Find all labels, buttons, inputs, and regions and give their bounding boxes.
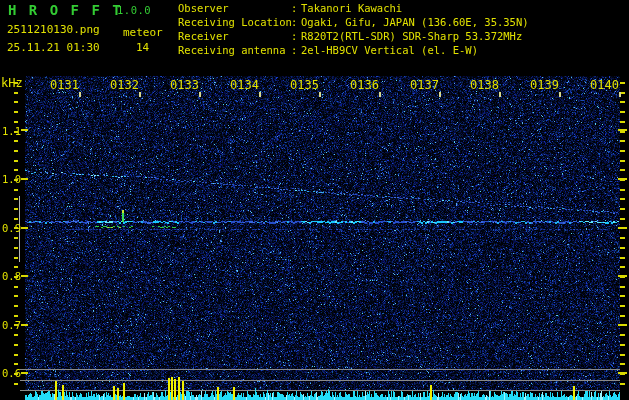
info-row: Receiver:R820T2(RTL-SDR) SDR-Sharp 53.37… — [178, 30, 529, 44]
info-label: Observer — [178, 2, 291, 14]
freq-label-1.1: 1.1 — [2, 126, 21, 137]
time-label-0139: 0139 — [529, 79, 559, 91]
info-value: R820T2(RTL-SDR) SDR-Sharp 53.372MHz — [301, 30, 522, 42]
hrofft-screen: H R O F F T 1.0.0 2511210130.png meteor … — [0, 0, 629, 400]
info-colon: : — [291, 30, 301, 42]
info-colon: : — [291, 2, 301, 14]
time-label-0133: 0133 — [169, 79, 199, 91]
meteor-label: meteor — [123, 27, 163, 38]
info-colon: : — [291, 16, 301, 28]
freq-label-0.8: 0.8 — [2, 271, 21, 282]
info-value: 2el-HB9CV Vertical (el. E-W) — [301, 44, 478, 56]
info-row: Receiving Location:Ogaki, Gifu, JAPAN (1… — [178, 16, 529, 30]
info-value: Ogaki, Gifu, JAPAN (136.60E, 35.35N) — [301, 16, 529, 28]
capture-datetime: 25.11.21 01:30 — [7, 42, 100, 53]
time-label-0131: 0131 — [49, 79, 79, 91]
freq-label-0.6: 0.6 — [2, 368, 21, 379]
info-label: Receiver — [178, 30, 291, 42]
observer-info-block: Observer:Takanori KawachiReceiving Locat… — [178, 2, 529, 58]
app-version: 1.0.0 — [117, 5, 151, 16]
time-label-0140: 0140 — [589, 79, 619, 91]
info-row: Receiving antenna:2el-HB9CV Vertical (el… — [178, 44, 529, 58]
app-title: H R O F F T — [8, 3, 123, 17]
time-label-0132: 0132 — [109, 79, 139, 91]
capture-filename: 2511210130.png — [7, 24, 100, 35]
time-label-0136: 0136 — [349, 79, 379, 91]
spectrogram-canvas — [0, 0, 629, 400]
time-label-0134: 0134 — [229, 79, 259, 91]
freq-label-0.9: 0.9 — [2, 223, 21, 234]
time-label-0138: 0138 — [469, 79, 499, 91]
info-value: Takanori Kawachi — [301, 2, 402, 14]
freq-axis-unit-label: kHz — [1, 77, 23, 89]
freq-label-1.0: 1.0 — [2, 174, 21, 185]
info-colon: : — [291, 44, 301, 56]
time-label-0135: 0135 — [289, 79, 319, 91]
time-label-0137: 0137 — [409, 79, 439, 91]
info-row: Observer:Takanori Kawachi — [178, 2, 529, 16]
info-label: Receiving antenna — [178, 44, 291, 56]
meteor-count: 14 — [136, 42, 149, 53]
freq-label-0.7: 0.7 — [2, 320, 21, 331]
info-label: Receiving Location — [178, 16, 291, 28]
